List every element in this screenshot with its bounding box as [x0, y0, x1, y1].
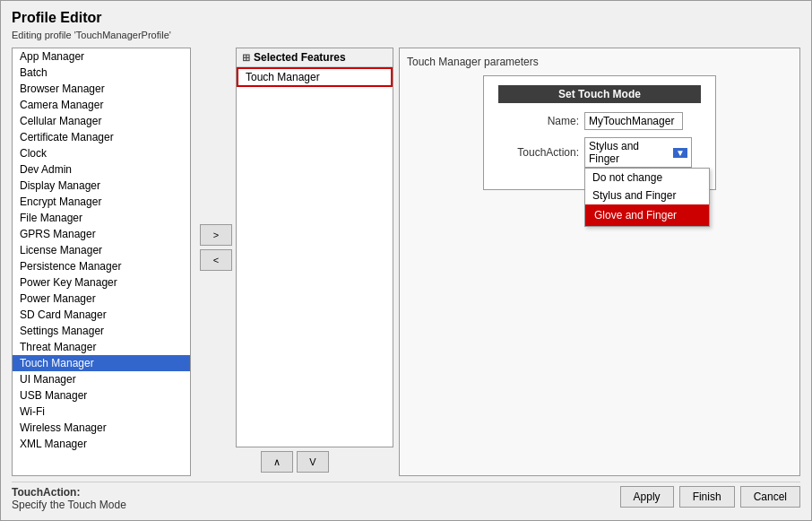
- dialog-title: Profile Editor: [12, 10, 800, 26]
- touch-mode-title: Set Touch Mode: [498, 85, 701, 103]
- dropdown-menu: Do not changeStylus and FingerGlove and …: [584, 168, 710, 227]
- feature-list-item[interactable]: Power Manager: [13, 291, 190, 307]
- sort-controls: ∧ V: [196, 447, 393, 476]
- dropdown-option[interactable]: Do not change: [585, 169, 709, 187]
- touchaction-label: TouchAction:: [498, 146, 579, 159]
- middle-panel: > < ⊞ Selected Features Touch Manager ∧ …: [196, 48, 393, 476]
- plus-icon: ⊞: [242, 52, 250, 64]
- touchaction-row: TouchAction: Stylus and Finger ▼ Do not …: [498, 137, 701, 168]
- feature-list-item[interactable]: Cellular Manager: [13, 113, 190, 129]
- bottom-area: TouchAction: Specify the Touch Mode Appl…: [12, 482, 800, 511]
- finish-button[interactable]: Finish: [679, 486, 735, 508]
- touchaction-dropdown[interactable]: Stylus and Finger ▼ Do not changeStylus …: [584, 137, 692, 168]
- remove-button[interactable]: <: [200, 249, 232, 271]
- dropdown-selected[interactable]: Stylus and Finger ▼: [584, 137, 692, 168]
- feature-list-item[interactable]: Power Key Manager: [13, 274, 190, 291]
- feature-list-item[interactable]: Display Manager: [13, 178, 190, 194]
- dropdown-value: Stylus and Finger: [589, 140, 671, 165]
- feature-list-item[interactable]: Touch Manager: [13, 355, 190, 371]
- feature-list-item[interactable]: Settings Manager: [13, 323, 190, 339]
- feature-list-item[interactable]: Threat Manager: [13, 339, 190, 355]
- status-text: TouchAction: Specify the Touch Mode: [12, 486, 126, 511]
- selected-list-items: Touch Manager: [237, 67, 393, 87]
- status-description: Specify the Touch Mode: [12, 499, 126, 511]
- name-input[interactable]: [584, 112, 683, 130]
- feature-list-item[interactable]: Encrypt Manager: [13, 194, 190, 210]
- feature-list-item[interactable]: Clock: [13, 145, 190, 161]
- dropdown-option[interactable]: Glove and Finger: [585, 204, 709, 226]
- feature-list-panel: App ManagerBatchBrowser ManagerCamera Ma…: [12, 48, 191, 476]
- feature-list-item[interactable]: XML Manager: [13, 436, 190, 452]
- selected-features-list: ⊞ Selected Features Touch Manager: [236, 48, 393, 447]
- feature-list-item[interactable]: File Manager: [13, 210, 190, 226]
- feature-list-item[interactable]: Dev Admin: [13, 161, 190, 178]
- dialog-subtitle: Editing profile 'TouchManagerProfile': [12, 30, 800, 40]
- name-row: Name:: [498, 112, 701, 130]
- main-panels: App ManagerBatchBrowser ManagerCamera Ma…: [12, 48, 800, 476]
- dropdown-option[interactable]: Stylus and Finger: [585, 187, 709, 204]
- sort-up-button[interactable]: ∧: [261, 451, 293, 473]
- feature-list-item[interactable]: SD Card Manager: [13, 307, 190, 323]
- feature-list-item[interactable]: Batch: [13, 65, 190, 81]
- sf-row: > < ⊞ Selected Features Touch Manager: [196, 48, 393, 447]
- right-panel-title: Touch Manager parameters: [407, 56, 792, 68]
- feature-list-item[interactable]: Camera Manager: [13, 97, 190, 113]
- feature-list-item[interactable]: UI Manager: [13, 371, 190, 387]
- touch-mode-box: Set Touch Mode Name: TouchAction: Stylus…: [483, 75, 716, 190]
- dialog: Profile Editor Editing profile 'TouchMan…: [0, 0, 812, 521]
- button-group: Apply Finish Cancel: [620, 486, 800, 508]
- selected-features-label: Selected Features: [254, 51, 346, 64]
- feature-list-item[interactable]: Browser Manager: [13, 81, 190, 97]
- transfer-buttons: > <: [196, 48, 236, 447]
- add-button[interactable]: >: [200, 224, 232, 246]
- right-panel: Touch Manager parameters Set Touch Mode …: [399, 48, 800, 476]
- feature-list-item[interactable]: USB Manager: [13, 387, 190, 404]
- feature-list-item[interactable]: Persistence Manager: [13, 258, 190, 274]
- dropdown-arrow-icon: ▼: [673, 148, 687, 158]
- feature-list-item[interactable]: GPRS Manager: [13, 226, 190, 242]
- feature-list-item[interactable]: Wireless Manager: [13, 420, 190, 436]
- name-label: Name:: [498, 115, 579, 127]
- sort-down-button[interactable]: V: [297, 451, 329, 473]
- feature-list-item[interactable]: License Manager: [13, 242, 190, 258]
- apply-button[interactable]: Apply: [620, 486, 674, 508]
- selected-feature-item[interactable]: Touch Manager: [237, 67, 393, 87]
- status-label: TouchAction:: [12, 486, 80, 499]
- feature-list-item[interactable]: App Manager: [13, 48, 190, 65]
- feature-list-item[interactable]: Certificate Manager: [13, 129, 190, 145]
- feature-list-item[interactable]: Wi-Fi: [13, 404, 190, 420]
- cancel-button[interactable]: Cancel: [740, 486, 800, 508]
- selected-features-header: ⊞ Selected Features: [237, 48, 393, 67]
